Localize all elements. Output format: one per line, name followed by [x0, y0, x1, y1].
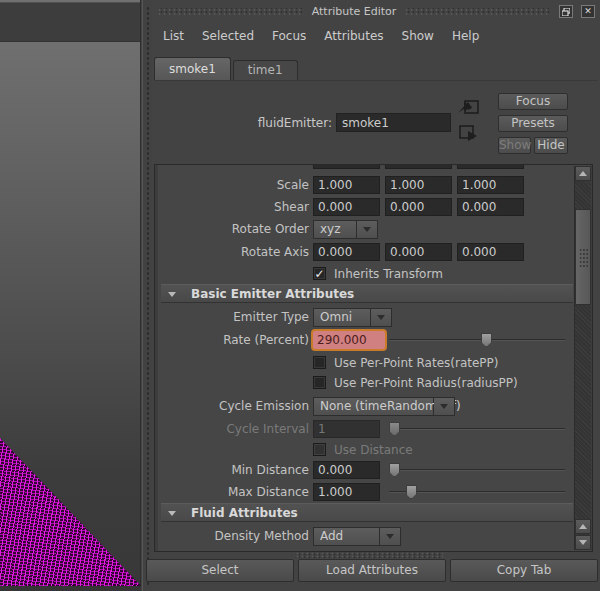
- min-distance-label: Min Distance: [161, 460, 309, 480]
- attribute-editor-titlebar[interactable]: Attribute Editor ✕: [152, 0, 600, 22]
- shear-y-field[interactable]: 0.000: [385, 198, 452, 216]
- min-distance-field[interactable]: 0.000: [313, 461, 380, 479]
- scrollbar-thumb[interactable]: [575, 209, 591, 305]
- rate-percent-field[interactable]: 290.000: [311, 329, 387, 351]
- slider-handle: [389, 422, 400, 436]
- rate-percent-label: Rate (Percent): [161, 330, 309, 350]
- emitter-type-dropdown[interactable]: Omni: [313, 308, 392, 327]
- scroll-up-icon[interactable]: [575, 519, 591, 534]
- fluid-container-wireframe[interactable]: [0, 438, 141, 586]
- panel-splitter[interactable]: [142, 0, 152, 591]
- menu-show[interactable]: Show: [393, 26, 443, 46]
- rotate-axis-y-field[interactable]: 0.000: [385, 243, 452, 261]
- density-method-row: Density Method Add: [161, 526, 573, 546]
- copy-tab-button[interactable]: Copy Tab: [450, 559, 598, 582]
- use-distance-checkbox: [313, 443, 326, 456]
- chevron-down-icon[interactable]: [380, 527, 401, 546]
- maya-window: Attribute Editor ✕ List Selected Focus A…: [0, 0, 600, 591]
- max-distance-field[interactable]: 1.000: [313, 483, 380, 501]
- slider-handle[interactable]: [389, 463, 400, 477]
- presets-button[interactable]: Presets: [498, 115, 568, 132]
- footer-buttons: Select Load Attributes Copy Tab: [146, 559, 598, 583]
- cycle-emission-value[interactable]: None (timeRandom off): [313, 397, 434, 416]
- tab-time1[interactable]: time1: [233, 60, 298, 80]
- use-distance-label: Use Distance: [334, 440, 413, 460]
- attributes-content: Scale 1.000 1.000 1.000 Shear 0.000 0.00…: [161, 165, 573, 550]
- hide-button[interactable]: Hide: [534, 137, 568, 154]
- vertical-scrollbar[interactable]: [574, 166, 591, 550]
- menu-list[interactable]: List: [154, 26, 193, 46]
- node-name-input[interactable]: [336, 113, 451, 132]
- use-per-point-rates-row: Use Per-Point Rates(ratePP): [161, 353, 573, 373]
- chevron-down-icon[interactable]: [357, 220, 378, 239]
- use-per-point-rates-label[interactable]: Use Per-Point Rates(ratePP): [334, 353, 499, 373]
- show-output-connections-icon[interactable]: [456, 123, 482, 145]
- fluid-attributes-section-header[interactable]: Fluid Attributes: [161, 503, 573, 522]
- fluid-attributes-section-title: Fluid Attributes: [191, 504, 298, 522]
- rate-percent-slider[interactable]: [389, 339, 565, 341]
- panel-title: Attribute Editor: [312, 5, 397, 18]
- collapse-triangle-icon[interactable]: [168, 511, 176, 516]
- restore-window-icon[interactable]: [559, 5, 573, 18]
- slider-handle[interactable]: [406, 485, 417, 499]
- scale-row: Scale 1.000 1.000 1.000: [161, 175, 573, 195]
- rotate-order-value[interactable]: xyz: [313, 220, 357, 239]
- max-distance-row: Max Distance 1.000: [161, 482, 573, 502]
- scale-x-field[interactable]: 1.000: [313, 176, 380, 194]
- min-distance-row: Min Distance 0.000: [161, 460, 573, 480]
- use-per-point-radius-checkbox[interactable]: [313, 376, 326, 389]
- rotate-order-label: Rotate Order: [161, 219, 309, 239]
- cycle-emission-label: Cycle Emission: [161, 396, 309, 416]
- basic-emitter-section-header[interactable]: Basic Emitter Attributes: [161, 284, 573, 303]
- viewport-panel[interactable]: [0, 0, 141, 591]
- scroll-up-icon[interactable]: [575, 166, 591, 181]
- menu-focus[interactable]: Focus: [263, 26, 315, 46]
- density-method-label: Density Method: [161, 526, 309, 546]
- menu-selected[interactable]: Selected: [193, 26, 263, 46]
- use-per-point-rates-checkbox[interactable]: [313, 356, 326, 369]
- focus-button[interactable]: Focus: [498, 93, 568, 110]
- rotate-order-dropdown[interactable]: xyz: [313, 220, 378, 239]
- node-type-label: fluidEmitter:: [190, 116, 332, 130]
- use-per-point-radius-label[interactable]: Use Per-Point Radius(radiusPP): [334, 373, 518, 393]
- close-icon[interactable]: ✕: [581, 5, 595, 18]
- titlebar-grip-left[interactable]: [157, 8, 304, 15]
- show-button[interactable]: Show: [498, 137, 531, 154]
- scale-z-field[interactable]: 1.000: [457, 176, 524, 194]
- density-method-dropdown[interactable]: Add: [313, 527, 401, 546]
- cycle-interval-slider: [389, 428, 565, 430]
- cycle-interval-field: 1: [313, 420, 380, 438]
- select-button[interactable]: Select: [146, 559, 294, 582]
- clipped-field: [457, 165, 524, 169]
- scroll-down-icon[interactable]: [575, 535, 591, 550]
- show-input-connections-icon[interactable]: [456, 97, 482, 119]
- node-tabbar: smoke1 time1: [154, 54, 598, 81]
- titlebar-grip-right[interactable]: [404, 8, 551, 15]
- inherits-transform-checkbox[interactable]: ✓: [313, 267, 326, 280]
- shear-x-field[interactable]: 0.000: [313, 198, 380, 216]
- shear-row: Shear 0.000 0.000 0.000: [161, 197, 573, 217]
- inherits-transform-label[interactable]: Inherits Transform: [334, 264, 443, 284]
- shear-z-field[interactable]: 0.000: [457, 198, 524, 216]
- cycle-emission-dropdown[interactable]: None (timeRandom off): [313, 397, 455, 416]
- scale-y-field[interactable]: 1.000: [385, 176, 452, 194]
- collapse-triangle-icon[interactable]: [168, 292, 176, 297]
- tab-smoke1[interactable]: smoke1: [154, 57, 231, 80]
- emitter-type-value[interactable]: Omni: [313, 308, 371, 327]
- rotate-axis-z-field[interactable]: 0.000: [457, 243, 524, 261]
- density-method-value[interactable]: Add: [313, 527, 380, 546]
- menu-attributes[interactable]: Attributes: [315, 26, 392, 46]
- inherits-transform-row: ✓ Inherits Transform: [161, 264, 573, 284]
- chevron-down-icon[interactable]: [434, 397, 455, 416]
- attribute-editor-panel: Attribute Editor ✕ List Selected Focus A…: [152, 0, 600, 591]
- use-per-point-radius-row: Use Per-Point Radius(radiusPP): [161, 373, 573, 393]
- rotate-axis-label: Rotate Axis: [161, 242, 309, 262]
- load-attributes-button[interactable]: Load Attributes: [298, 559, 446, 582]
- chevron-down-icon[interactable]: [371, 308, 392, 327]
- rotate-axis-x-field[interactable]: 0.000: [313, 243, 380, 261]
- footer-grip-handle[interactable]: [295, 552, 443, 558]
- min-distance-slider[interactable]: [389, 469, 565, 471]
- slider-handle[interactable]: [481, 333, 492, 347]
- max-distance-slider[interactable]: [389, 491, 565, 493]
- menu-help[interactable]: Help: [443, 26, 488, 46]
